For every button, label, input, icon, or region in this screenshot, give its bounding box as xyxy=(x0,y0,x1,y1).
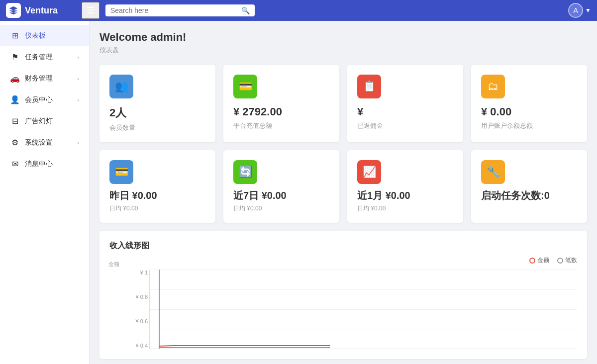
members-value: 2人 xyxy=(109,105,205,120)
commission-value: ¥ xyxy=(357,105,453,118)
legend-label-金额: 金额 xyxy=(537,256,549,265)
y-label: ¥ 0.4 xyxy=(129,343,148,349)
chart-title: 收入线形图 xyxy=(109,241,577,251)
balance-value: ¥ 0.00 xyxy=(481,105,577,118)
week7-value: 近7日 ¥0.00 xyxy=(233,189,329,202)
chart-section: 收入线形图 金额 笔数 金额 ¥ 1¥ 0.8¥ 0.6¥ 0.4 xyxy=(100,231,587,359)
chevron-down-icon: ▼ xyxy=(585,7,591,14)
legend-item-金额: 金额 xyxy=(529,256,549,265)
members-icon: 👥 xyxy=(109,75,133,98)
stat-card-members: 👥 2人 会员数量 xyxy=(100,65,215,142)
recharge-value: ¥ 2792.00 xyxy=(233,105,329,118)
settings-icon: ⚙ xyxy=(10,138,20,147)
chevron-right-icon: › xyxy=(77,54,79,60)
sidebar-label-message: 消息中心 xyxy=(25,160,79,169)
app-name: Ventura xyxy=(25,5,58,16)
legend-dot-金额 xyxy=(529,258,535,264)
stat-card-commission: 📋 ¥ 已返佣金 xyxy=(347,65,463,142)
month1-sub: 日均 ¥0.00 xyxy=(357,204,453,213)
top-navigation: Ventura ☰ 🔍 A ▼ xyxy=(0,0,597,21)
search-input[interactable] xyxy=(110,6,238,14)
sidebar-label-member: 会员中心 xyxy=(25,95,72,104)
sidebar-item-finance[interactable]: 🚗 财务管理 › xyxy=(0,68,89,89)
sidebar-item-settings[interactable]: ⚙ 系统设置 › xyxy=(0,132,89,153)
sidebar-item-member[interactable]: 👤 会员中心 › xyxy=(0,89,89,110)
sidebar-label-settings: 系统设置 xyxy=(25,138,72,147)
chart-legend: 金额 笔数 xyxy=(109,256,577,265)
y-axis-title: 金额 xyxy=(108,261,119,268)
stat2-card-week7: 🔄 近7日 ¥0.00 日均 ¥0.00 xyxy=(223,150,339,223)
commission-label: 已返佣金 xyxy=(357,121,453,130)
yesterday-sub: 日均 ¥0.00 xyxy=(109,204,205,213)
main-layout: ⊞ 仪表板 ⚑ 任务管理 › 🚗 财务管理 › 👤 会员中心 › ⊟ 广告幻灯 … xyxy=(0,21,597,364)
task-icon: ⚑ xyxy=(10,52,20,62)
yesterday-value: 昨日 ¥0.00 xyxy=(109,189,205,202)
commission-icon: 📋 xyxy=(357,75,381,98)
avatar: A xyxy=(568,3,583,18)
members-label: 会员数量 xyxy=(109,123,205,132)
stat2-card-yesterday: 💳 昨日 ¥0.00 日均 ¥0.00 xyxy=(100,150,215,223)
stat-card-recharge: 💳 ¥ 2792.00 平台充值总额 xyxy=(223,65,339,142)
tasks-icon: 🔧 xyxy=(481,160,505,184)
breadcrumb: 仪表盘 xyxy=(100,46,587,55)
sidebar-item-dashboard[interactable]: ⊞ 仪表板 xyxy=(0,25,89,46)
y-label: ¥ 1 xyxy=(129,270,148,275)
chevron-right-icon: › xyxy=(77,76,79,82)
tasks-value: 启动任务次数:0 xyxy=(481,189,577,202)
stat2-card-month1: 📈 近1月 ¥0.00 日均 ¥0.00 xyxy=(347,150,463,223)
balance-label: 用户账户余额总额 xyxy=(481,121,577,130)
month1-value: 近1月 ¥0.00 xyxy=(357,189,453,202)
hamburger-button[interactable]: ☰ xyxy=(82,2,100,19)
y-axis-labels: ¥ 1¥ 0.8¥ 0.6¥ 0.4 xyxy=(129,270,148,349)
search-bar: 🔍 xyxy=(105,4,255,16)
avatar-area[interactable]: A ▼ xyxy=(568,3,591,18)
chevron-right-icon: › xyxy=(77,97,79,103)
month1-icon: 📈 xyxy=(357,160,381,184)
chevron-right-icon: › xyxy=(77,140,79,146)
sidebar-label-ad: 广告幻灯 xyxy=(25,117,79,126)
yesterday-icon: 💳 xyxy=(109,160,133,184)
stat2-card-tasks: 🔧 启动任务次数:0 xyxy=(471,150,587,223)
sidebar-label-dashboard: 仪表板 xyxy=(25,31,79,40)
week7-sub: 日均 ¥0.00 xyxy=(233,204,329,213)
sidebar: ⊞ 仪表板 ⚑ 任务管理 › 🚗 财务管理 › 👤 会员中心 › ⊟ 广告幻灯 … xyxy=(0,21,90,364)
sidebar-item-task[interactable]: ⚑ 任务管理 › xyxy=(0,46,89,68)
chart-area: ¥ 1¥ 0.8¥ 0.6¥ 0.4 xyxy=(149,270,577,349)
y-label: ¥ 0.6 xyxy=(129,318,148,324)
sidebar-label-finance: 财务管理 xyxy=(25,74,72,83)
stat-card-balance: 🗂 ¥ 0.00 用户账户余额总额 xyxy=(471,65,587,142)
ad-icon: ⊟ xyxy=(10,116,20,126)
sidebar-item-message[interactable]: ✉ 消息中心 xyxy=(0,153,89,175)
sidebar-label-task: 任务管理 xyxy=(25,53,72,62)
chart-svg xyxy=(150,270,577,349)
recharge-icon: 💳 xyxy=(233,75,257,98)
logo-icon xyxy=(6,3,21,18)
balance-icon: 🗂 xyxy=(481,75,505,98)
legend-label-笔数: 笔数 xyxy=(565,256,577,265)
week7-icon: 🔄 xyxy=(233,160,257,184)
legend-item-笔数: 笔数 xyxy=(557,256,577,265)
finance-icon: 🚗 xyxy=(10,74,20,83)
stats-row-1: 👥 2人 会员数量 💳 ¥ 2792.00 平台充值总额 📋 ¥ 已返佣金 🗂 … xyxy=(100,65,587,142)
sidebar-item-ad[interactable]: ⊟ 广告幻灯 xyxy=(0,110,89,132)
y-label: ¥ 0.8 xyxy=(129,294,148,300)
logo-area: Ventura xyxy=(6,3,76,18)
dashboard-icon: ⊞ xyxy=(10,31,20,40)
welcome-title: Welcome admin! xyxy=(100,31,587,44)
recharge-label: 平台充值总额 xyxy=(233,121,329,130)
message-icon: ✉ xyxy=(10,159,20,169)
legend-dot-笔数 xyxy=(557,258,563,264)
member-icon: 👤 xyxy=(10,95,20,104)
stats-row-2: 💳 昨日 ¥0.00 日均 ¥0.00 🔄 近7日 ¥0.00 日均 ¥0.00… xyxy=(100,150,587,223)
main-content: Welcome admin! 仪表盘 👥 2人 会员数量 💳 ¥ 2792.00… xyxy=(90,21,597,364)
search-icon: 🔍 xyxy=(241,6,250,14)
